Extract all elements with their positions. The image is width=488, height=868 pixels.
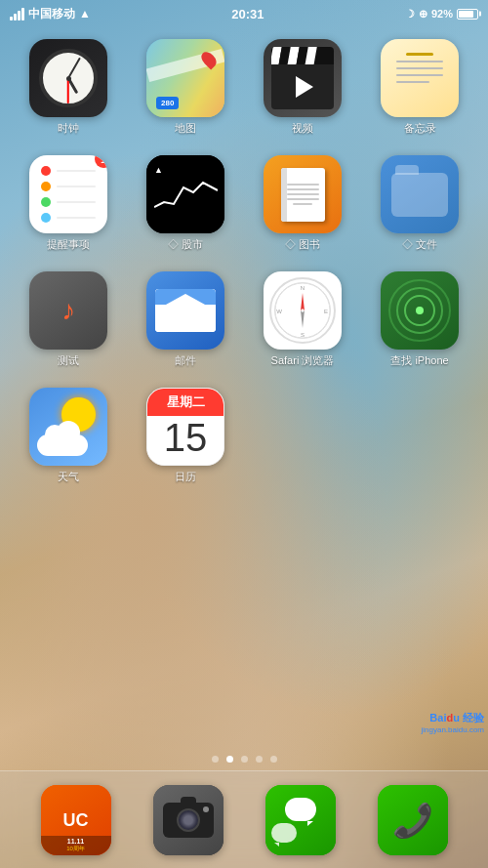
dock-app-phone[interactable]: 📞: [378, 785, 448, 855]
app-label-reminders: 提醒事项: [47, 237, 90, 252]
app-label-weather: 天气: [58, 470, 79, 484]
app-icon-video[interactable]: 视频: [249, 39, 356, 136]
app-label-safari: Safari 浏览器: [271, 353, 335, 368]
dock: UC 11.11 10周年: [0, 770, 488, 868]
dock-app-uc[interactable]: UC 11.11 10周年: [41, 785, 111, 855]
svg-text:S: S: [301, 332, 305, 338]
svg-marker-6: [301, 310, 305, 328]
page-dot-3[interactable]: [256, 756, 263, 763]
signal-bars: [10, 8, 24, 21]
app-icon-reminders[interactable]: 1 提醒事项: [15, 155, 122, 252]
app-label-video: 视频: [292, 121, 313, 136]
moon-icon: ☽: [405, 8, 415, 21]
app-icon-clock[interactable]: 时钟: [15, 39, 122, 136]
svg-point-0: [275, 283, 330, 338]
app-label-clock: 时钟: [58, 121, 79, 136]
app-icon-calendar[interactable]: 星期二 15 日历: [132, 388, 239, 484]
app-label-calendar: 日历: [175, 470, 196, 484]
app-icon-files[interactable]: ◇ 文件: [366, 155, 473, 252]
app-label-notes: 备忘录: [404, 121, 436, 136]
page-dot-0[interactable]: [212, 756, 219, 763]
phone-icon: 📞: [392, 801, 433, 840]
svg-text:N: N: [301, 285, 305, 291]
carrier-name: 中国移动: [28, 6, 75, 22]
apps-grid: 时钟 280 地图: [15, 39, 473, 484]
uc-anniversary: 10周年: [43, 845, 109, 853]
svg-text:E: E: [324, 309, 328, 314]
svg-marker-5: [301, 293, 305, 310]
status-right: ☽ ⊕ 92%: [405, 8, 478, 21]
apps-container: 时钟 280 地图: [0, 29, 488, 770]
dock-app-camera[interactable]: [153, 785, 224, 855]
uc-11-11: 11.11: [43, 838, 109, 845]
page-dot-4[interactable]: [270, 756, 277, 763]
app-icon-books[interactable]: ◇ 图书: [249, 155, 356, 252]
app-icon-stocks[interactable]: ▲ ◇ 股市: [132, 155, 239, 252]
app-icon-mail[interactable]: 邮件: [132, 271, 239, 368]
battery-indicator: [457, 9, 478, 20]
app-label-files: ◇ 文件: [402, 237, 437, 252]
app-label-books: ◇ 图书: [285, 237, 320, 252]
time-display: 20:31: [231, 7, 264, 21]
page-dot-1[interactable]: [226, 756, 233, 763]
battery-percent: 92%: [431, 8, 453, 20]
status-bar: 中国移动 ▲ 20:31 ☽ ⊕ 92%: [0, 0, 488, 27]
battery-lock-icon: ⊕: [419, 8, 427, 21]
baidu-watermark: Baidu 经验 jingyan.baidu.com: [410, 709, 488, 763]
baidu-logo: Baidu 经验: [429, 711, 484, 725]
wifi-icon: ▲: [79, 7, 91, 21]
app-icon-weather[interactable]: 天气: [15, 388, 122, 484]
app-icon-test[interactable]: ♪ 测试: [15, 271, 122, 368]
app-icon-notes[interactable]: 备忘录: [366, 39, 473, 136]
baidu-url: jingyan.baidu.com: [422, 725, 484, 734]
app-label-stocks: ◇ 股市: [168, 237, 203, 252]
calendar-day: 15: [164, 418, 208, 457]
app-label-test: 测试: [58, 353, 79, 368]
app-icon-maps[interactable]: 280 地图: [132, 39, 239, 136]
svg-text:W: W: [276, 309, 282, 314]
app-icon-find-iphone[interactable]: 查找 iPhone: [366, 271, 473, 368]
calendar-weekday: 星期二: [167, 393, 205, 411]
page-dot-2[interactable]: [241, 756, 248, 763]
app-icon-safari[interactable]: N S E W Safari 浏览器: [249, 271, 356, 368]
app-label-mail: 邮件: [175, 353, 196, 368]
status-left: 中国移动 ▲: [10, 6, 91, 22]
app-label-find-iphone: 查找 iPhone: [390, 353, 448, 368]
dock-app-wechat[interactable]: [265, 785, 336, 855]
music-note-icon: ♪: [61, 295, 75, 326]
app-label-maps: 地图: [175, 121, 196, 136]
